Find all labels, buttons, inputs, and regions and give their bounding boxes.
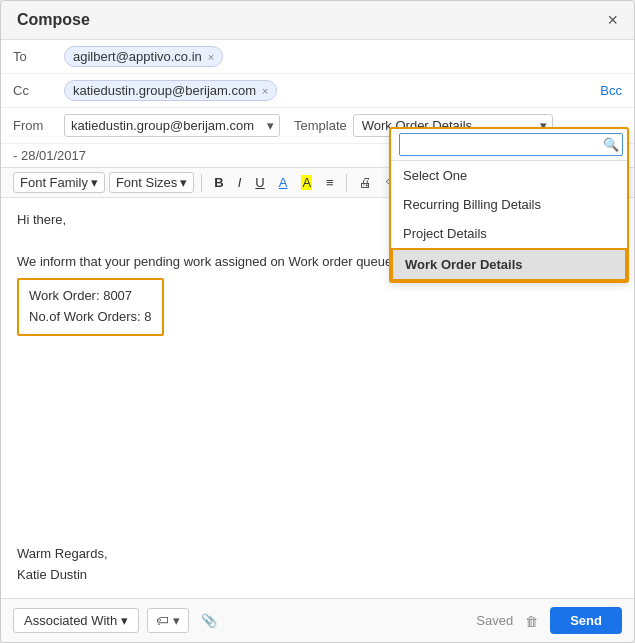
font-family-chevron-icon: ▾ [91, 175, 98, 190]
delete-icon: 🗑 [525, 614, 538, 629]
associated-with-label: Associated With [24, 613, 117, 628]
highlighted-box: Work Order: 8007 No.of Work Orders: 8 [17, 278, 164, 336]
close-button[interactable]: × [607, 11, 618, 29]
from-select[interactable]: katiedustin.group@berijam.com [64, 114, 280, 137]
cc-email: katiedustin.group@berijam.com [73, 83, 256, 98]
cc-label: Cc [13, 83, 58, 98]
from-select-wrap: katiedustin.group@berijam.com [64, 114, 280, 137]
font-color-label: A [279, 175, 288, 190]
attach-button[interactable]: 📎 [197, 609, 221, 632]
from-label: From [13, 118, 58, 133]
toolbar-separator-1 [201, 174, 202, 192]
template-label: Template [294, 118, 347, 133]
to-chip: agilbert@apptivo.co.in × [64, 46, 223, 67]
font-color-button[interactable]: A [274, 173, 293, 192]
signature: Warm Regards, Katie Dustin [1, 532, 634, 598]
saved-label: Saved [476, 613, 513, 628]
font-family-label: Font Family [20, 175, 88, 190]
font-size-button[interactable]: Font Sizes ▾ [109, 172, 194, 193]
associated-with-button[interactable]: Associated With ▾ [13, 608, 139, 633]
work-order-label: Work Order: 8007 [29, 286, 152, 307]
cc-row: Cc katiedustin.group@berijam.com × Bcc [1, 74, 634, 108]
dropdown-item-project[interactable]: Project Details [391, 219, 627, 248]
dropdown-search-row: 🔍 [391, 129, 627, 161]
dialog-body: To agilbert@apptivo.co.in × Cc katiedust… [1, 40, 634, 598]
font-sizes-label: Font Sizes [116, 175, 177, 190]
signature-line1: Warm Regards, [17, 544, 618, 565]
italic-button[interactable]: I [233, 173, 247, 192]
dialog-header: Compose × [1, 1, 634, 40]
align-button[interactable]: ≡ [321, 173, 339, 192]
tag-icon: 🏷 [156, 613, 169, 628]
to-label: To [13, 49, 58, 64]
attach-icon: 📎 [201, 613, 217, 628]
to-row: To agilbert@apptivo.co.in × [1, 40, 634, 74]
signature-line2: Katie Dustin [17, 565, 618, 586]
font-family-button[interactable]: Font Family ▾ [13, 172, 105, 193]
dialog-footer: Associated With ▾ 🏷 ▾ 📎 Saved 🗑 Send [1, 598, 634, 642]
template-dropdown: 🔍 Select One Recurring Billing Details P… [389, 127, 629, 283]
associated-with-chevron-icon: ▾ [121, 613, 128, 628]
print-button[interactable]: 🖨 [354, 173, 377, 192]
dropdown-search-input[interactable] [399, 133, 623, 156]
toolbar-separator-2 [346, 174, 347, 192]
dropdown-item-select-one[interactable]: Select One [391, 161, 627, 190]
dropdown-search-icon: 🔍 [603, 137, 619, 152]
bcc-button[interactable]: Bcc [600, 83, 622, 98]
compose-dialog: Compose × To agilbert@apptivo.co.in × Cc… [0, 0, 635, 643]
dialog-title: Compose [17, 11, 90, 29]
tag-chevron-icon: ▾ [173, 613, 180, 628]
dropdown-item-recurring[interactable]: Recurring Billing Details [391, 190, 627, 219]
cc-chip-close[interactable]: × [262, 85, 268, 97]
underline-button[interactable]: U [250, 173, 269, 192]
cc-chip: katiedustin.group@berijam.com × [64, 80, 277, 101]
to-chip-close[interactable]: × [208, 51, 214, 63]
font-highlight-label: A [301, 175, 312, 190]
font-size-chevron-icon: ▾ [180, 175, 187, 190]
print-icon: 🖨 [359, 175, 372, 190]
font-highlight-button[interactable]: A [296, 173, 317, 192]
tag-button[interactable]: 🏷 ▾ [147, 608, 189, 633]
dropdown-item-work-order[interactable]: Work Order Details [391, 248, 627, 281]
bold-button[interactable]: B [209, 173, 228, 192]
delete-button[interactable]: 🗑 [521, 608, 542, 634]
date-value: - 28/01/2017 [13, 148, 86, 163]
to-email: agilbert@apptivo.co.in [73, 49, 202, 64]
send-button[interactable]: Send [550, 607, 622, 634]
work-orders-count: No.of Work Orders: 8 [29, 307, 152, 328]
